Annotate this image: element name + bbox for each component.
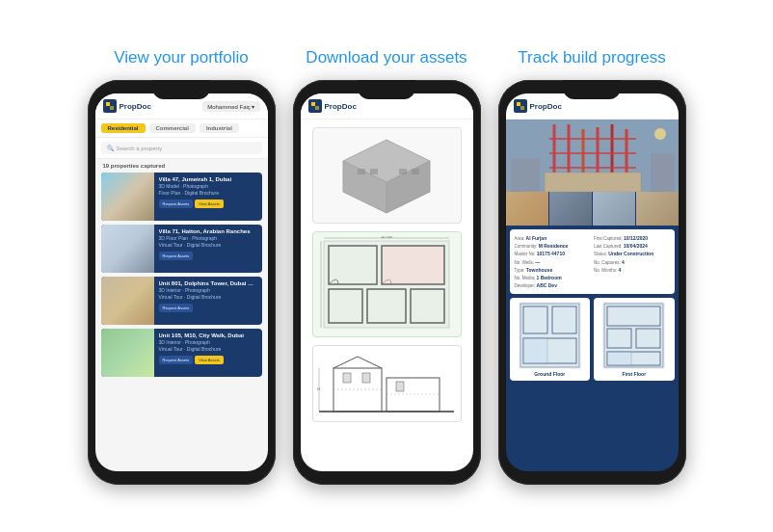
svg-rect-29 bbox=[343, 373, 351, 383]
portfolio-phone: PropDoc Mohammed Faiç ▾ Residential Comm… bbox=[88, 80, 276, 485]
first-floor-plan bbox=[602, 302, 665, 369]
info-community: Community: M Residence bbox=[515, 242, 591, 250]
logo-icon-3 bbox=[514, 99, 527, 113]
property-name-1: Villa 47, Jumeirah 1, Dubai bbox=[159, 176, 257, 182]
tab-industrial[interactable]: Industrial bbox=[200, 123, 239, 133]
info-col-right: First Captured: 10/12/2020 Last Captured… bbox=[594, 234, 670, 289]
assets-screen: PropDoc bbox=[301, 93, 473, 471]
info-type: Type: Townhouse bbox=[515, 266, 591, 274]
construction-photos bbox=[506, 120, 679, 226]
svg-rect-48 bbox=[651, 153, 675, 192]
svg-line-25 bbox=[333, 357, 358, 368]
ground-floor-label: Ground Floor bbox=[534, 371, 565, 377]
info-media: No. Media: 1 Bedroom bbox=[515, 274, 591, 281]
assets-content: 10,500 bbox=[301, 120, 473, 430]
phone-notch-2 bbox=[358, 80, 415, 99]
thumb-3[interactable] bbox=[593, 192, 636, 226]
svg-rect-9 bbox=[370, 169, 378, 174]
svg-rect-8 bbox=[358, 169, 365, 174]
svg-rect-10 bbox=[399, 169, 407, 174]
property-card-1[interactable]: Villa 47, Jumeirah 1, Dubai 3D Model · P… bbox=[101, 173, 262, 221]
info-first-capture: First Captured: 10/12/2020 bbox=[594, 234, 670, 242]
search-icon: 🔍 bbox=[107, 145, 114, 151]
phone-frame-1: PropDoc Mohammed Faiç ▾ Residential Comm… bbox=[88, 80, 276, 485]
first-floor-label: First Floor bbox=[622, 371, 646, 377]
view-assets-btn-1[interactable]: View Assets bbox=[195, 200, 224, 208]
phone-notch-3 bbox=[563, 80, 621, 99]
info-wells: No. Wells: — bbox=[515, 258, 591, 266]
assets-section: Download your assets PropDoc bbox=[293, 47, 481, 485]
property-info-1: Villa 47, Jumeirah 1, Dubai 3D Model · P… bbox=[154, 173, 262, 221]
tab-commercial[interactable]: Commercial bbox=[149, 123, 196, 133]
request-assets-btn-2[interactable]: Request Assets bbox=[159, 252, 194, 260]
tab-residential[interactable]: Residential bbox=[101, 123, 146, 133]
main-construction-photo bbox=[506, 120, 679, 192]
assets-phone: PropDoc bbox=[293, 80, 481, 485]
thumb-4[interactable] bbox=[636, 192, 679, 226]
svg-rect-21 bbox=[383, 247, 443, 283]
progress-title: Track build progress bbox=[518, 47, 665, 68]
property-details-4: 3D Interior · PhotographVirtual Tour · D… bbox=[159, 339, 257, 352]
main-container: View your portfolio PropDoc Mohamm bbox=[0, 38, 773, 494]
info-months: No. Months: 4 bbox=[594, 266, 670, 274]
phone-frame-3: PropDoc bbox=[498, 80, 686, 485]
ground-floor-card[interactable]: Ground Floor bbox=[510, 298, 591, 381]
svg-rect-35 bbox=[520, 106, 524, 110]
logo-icon-2 bbox=[308, 99, 322, 113]
request-assets-btn-4[interactable]: Request Assets bbox=[159, 356, 194, 364]
info-captures: No. Captures: 4 bbox=[594, 258, 670, 266]
property-info-2: Villa 71, Hatton, Arabian Ranches 3D Flo… bbox=[154, 225, 262, 273]
first-floor-svg bbox=[602, 302, 665, 369]
svg-rect-54 bbox=[523, 338, 547, 363]
property-list: Villa 47, Jumeirah 1, Dubai 3D Model · P… bbox=[95, 173, 268, 377]
thumb-2[interactable] bbox=[549, 192, 593, 226]
portfolio-title: View your portfolio bbox=[114, 47, 249, 68]
svg-rect-60 bbox=[607, 352, 631, 365]
svg-rect-24 bbox=[386, 378, 440, 412]
property-actions-2: Request Assets bbox=[159, 252, 257, 260]
property-details-3: 3D Interior · PhotographVirtual Tour · D… bbox=[159, 287, 257, 300]
property-card-3[interactable]: Unit 801, Dolphins Tower, Dubai Marina 3… bbox=[101, 277, 262, 325]
property-details-1: 3D Model · PhotographFloor Plan · Digita… bbox=[159, 183, 257, 196]
photo-thumbnails bbox=[506, 192, 679, 226]
property-details-2: 3D Floor Plan · PhotographVirtual Tour ·… bbox=[159, 235, 257, 248]
property-card-4[interactable]: Unit 105, M10, City Walk, Dubai 3D Inter… bbox=[101, 329, 262, 377]
svg-rect-2 bbox=[311, 102, 315, 106]
property-image-2 bbox=[101, 225, 154, 273]
property-actions-4: Request Assets View Assets bbox=[159, 356, 257, 364]
phone-frame-2: PropDoc bbox=[293, 80, 481, 485]
first-floor-card[interactable]: First Floor bbox=[594, 298, 675, 381]
request-assets-btn-3[interactable]: Request Assets bbox=[159, 304, 194, 312]
portfolio-tabs: Residential Commercial Industrial bbox=[95, 120, 268, 138]
svg-text:10,500: 10,500 bbox=[381, 236, 393, 239]
property-card-2[interactable]: Villa 71, Hatton, Arabian Ranches 3D Flo… bbox=[101, 225, 262, 273]
floor-plan-view: 10,500 bbox=[312, 231, 462, 337]
property-name-2: Villa 71, Hatton, Arabian Ranches bbox=[159, 228, 257, 234]
request-assets-btn-1[interactable]: Request Assets bbox=[159, 200, 194, 208]
info-last-capture: Last Captured: 10/04/2024 bbox=[594, 242, 670, 250]
property-image-1 bbox=[101, 173, 154, 221]
building-3d-view bbox=[312, 127, 462, 224]
progress-info-panel: Area: Al Furjan Community: M Residence M… bbox=[510, 229, 675, 294]
logo-icon-1 bbox=[103, 99, 117, 113]
portfolio-section: View your portfolio PropDoc Mohamm bbox=[88, 47, 276, 485]
svg-rect-46 bbox=[545, 173, 641, 192]
phone-notch-1 bbox=[152, 80, 210, 99]
info-master: Master No: 10175 44710 bbox=[515, 250, 591, 257]
propdoc-logo-1: PropDoc bbox=[103, 99, 151, 113]
floor-plan-svg: 10,500 bbox=[319, 236, 454, 332]
property-actions-1: Request Assets View Assets bbox=[159, 200, 257, 208]
portfolio-search-bar: 🔍 Search a property bbox=[95, 138, 268, 159]
property-image-3 bbox=[101, 277, 154, 325]
property-info-4: Unit 105, M10, City Walk, Dubai 3D Inter… bbox=[154, 329, 262, 377]
svg-text:H: H bbox=[317, 386, 320, 391]
search-box[interactable]: 🔍 Search a property bbox=[101, 142, 262, 154]
info-status: Status: Under Construction bbox=[594, 250, 670, 257]
user-badge[interactable]: Mohammed Faiç ▾ bbox=[202, 101, 259, 112]
svg-rect-23 bbox=[333, 368, 382, 412]
view-assets-btn-4[interactable]: View Assets bbox=[195, 356, 224, 364]
portfolio-screen: PropDoc Mohammed Faiç ▾ Residential Comm… bbox=[95, 93, 268, 471]
building-3d-svg bbox=[324, 132, 449, 219]
thumb-1[interactable] bbox=[506, 192, 549, 226]
svg-rect-30 bbox=[362, 373, 370, 383]
